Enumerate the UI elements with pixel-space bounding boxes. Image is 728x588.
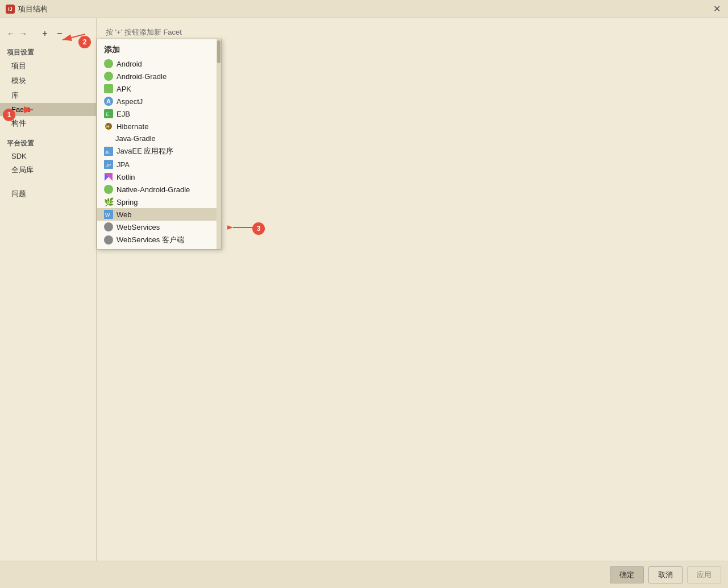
nav-item-library[interactable]: 库 [0,88,96,103]
dropdown-item-javaee[interactable]: JE JavaEE 应用程序 [97,144,221,158]
project-structure-dialog: IJ 项目结构 ✕ ← → + − 项目设置 项目 模块 库 Facet 构件 [0,0,728,588]
section-platform-settings: 平台设置 [0,135,96,150]
dropdown-item-android-gradle[interactable]: Android-Gradle [97,70,221,82]
dropdown-item-java-gradle[interactable]: Java-Gradle [97,132,221,144]
svg-point-13 [105,237,112,243]
svg-point-12 [105,223,112,230]
remove-facet-button[interactable]: − [53,27,66,40]
dropdown-scrollbar[interactable] [217,39,221,249]
facet-toolbar: + − [34,25,70,42]
dropdown-item-ejb[interactable]: E EJB [97,107,221,120]
java-gradle-icon [104,135,112,143]
dropdown-item-kotlin[interactable]: Kotlin [97,171,221,183]
webservices-client-icon [104,235,113,245]
facet-hint-text: 按 '+' 按钮添加新 Facet [106,28,182,36]
ejb-icon: E [104,109,113,118]
aspectj-icon: A [104,97,113,106]
dropdown-item-jpa[interactable]: JP JPA [97,158,221,171]
svg-text:H: H [106,124,110,129]
dropdown-item-webservices-client[interactable]: WebServices 客户端 [97,233,221,247]
bottom-bar: 确定 取消 应用 [0,561,728,588]
nav-controls: ← → + − [0,23,96,44]
back-button[interactable]: ← [5,28,17,39]
apk-icon [104,84,113,93]
svg-text:E: E [106,111,109,117]
dropdown-item-apk[interactable]: APK [97,82,221,95]
add-facet-dropdown: 添加 Android Android-Gradle APK [97,39,222,250]
dropdown-title: 添加 [97,42,221,57]
svg-text:W: W [105,212,110,218]
svg-text:JE: JE [105,150,110,154]
dropdown-item-web[interactable]: W Web [97,208,221,221]
forward-button[interactable]: → [17,28,30,39]
dialog-title: 项目结构 [18,4,48,14]
app-icon: IJ [6,5,15,14]
dropdown-item-hibernate[interactable]: H Hibernate [97,120,221,132]
nav-item-global-lib[interactable]: 全局库 [0,163,96,177]
nav-item-facet[interactable]: Facet [0,103,96,116]
close-button[interactable]: ✕ [711,3,722,15]
webservices-icon [104,222,113,231]
kotlin-icon [104,172,113,181]
hibernate-icon: H [104,122,113,131]
add-facet-button[interactable]: + [39,27,51,40]
dropdown-item-aspectj[interactable]: A AspectJ [97,95,221,107]
android-gradle-icon [104,72,113,81]
scrollbar-thumb [217,40,221,63]
jpa-icon: JP [104,160,113,169]
dropdown-item-webservices[interactable]: WebServices [97,221,221,233]
nav-item-project[interactable]: 项目 [0,59,96,73]
nav-item-artifact[interactable]: 构件 [0,116,96,131]
android-icon [104,59,113,68]
apply-button[interactable]: 应用 [687,566,721,583]
nav-item-issues[interactable]: 问题 [0,187,96,201]
spring-icon: 🌿 [104,197,113,206]
title-bar: IJ 项目结构 ✕ [0,0,728,18]
svg-text:JP: JP [106,163,111,168]
javaee-icon: JE [104,147,113,156]
section-project-settings: 项目设置 [0,44,96,59]
nav-item-module[interactable]: 模块 [0,73,96,88]
nav-item-sdk[interactable]: SDK [0,150,96,163]
dropdown-item-native-android-gradle[interactable]: Native-Android-Gradle [97,183,221,196]
ok-button[interactable]: 确定 [610,566,644,583]
sidebar: ← → + − 项目设置 项目 模块 库 Facet 构件 平台设置 SDK 全… [0,18,97,561]
web-icon: W [104,210,113,219]
main-content: ← → + − 项目设置 项目 模块 库 Facet 构件 平台设置 SDK 全… [0,18,728,561]
dropdown-item-spring[interactable]: 🌿 Spring [97,196,221,208]
cancel-button[interactable]: 取消 [648,566,683,583]
dropdown-item-android[interactable]: Android [97,57,221,70]
native-android-gradle-icon [104,185,113,194]
